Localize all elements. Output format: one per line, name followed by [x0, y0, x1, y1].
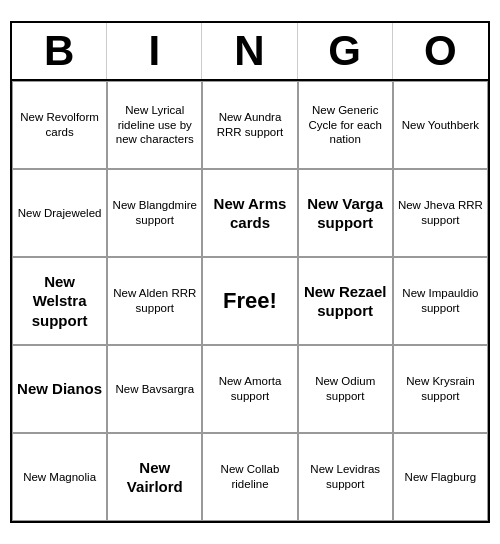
bingo-header: BINGO — [12, 23, 488, 81]
bingo-cell: Free! — [202, 257, 297, 345]
bingo-letter: I — [107, 23, 202, 79]
bingo-cell: New Varga support — [298, 169, 393, 257]
bingo-cell: New Alden RRR support — [107, 257, 202, 345]
bingo-grid: New Revolform cardsNew Lyrical rideline … — [12, 81, 488, 521]
bingo-cell: New Arms cards — [202, 169, 297, 257]
bingo-cell: New Youthberk — [393, 81, 488, 169]
bingo-cell: New Dianos — [12, 345, 107, 433]
bingo-cell: New Vairlord — [107, 433, 202, 521]
bingo-cell: New Blangdmire support — [107, 169, 202, 257]
bingo-cell: New Collab rideline — [202, 433, 297, 521]
bingo-cell: New Revolform cards — [12, 81, 107, 169]
bingo-cell: New Odium support — [298, 345, 393, 433]
bingo-cell: New Jheva RRR support — [393, 169, 488, 257]
bingo-letter: N — [202, 23, 297, 79]
bingo-cell: New Lyrical rideline use by new characte… — [107, 81, 202, 169]
bingo-card: BINGO New Revolform cardsNew Lyrical rid… — [10, 21, 490, 523]
bingo-letter: O — [393, 23, 488, 79]
bingo-cell: New Amorta support — [202, 345, 297, 433]
bingo-cell: New Krysrain support — [393, 345, 488, 433]
bingo-letter: G — [298, 23, 393, 79]
bingo-cell: New Impauldio support — [393, 257, 488, 345]
bingo-cell: New Levidras support — [298, 433, 393, 521]
bingo-cell: New Generic Cycle for each nation — [298, 81, 393, 169]
bingo-cell: New Welstra support — [12, 257, 107, 345]
bingo-cell: New Drajeweled — [12, 169, 107, 257]
bingo-cell: New Magnolia — [12, 433, 107, 521]
bingo-cell: New Bavsargra — [107, 345, 202, 433]
bingo-letter: B — [12, 23, 107, 79]
bingo-cell: New Flagburg — [393, 433, 488, 521]
bingo-cell: New Rezael support — [298, 257, 393, 345]
bingo-cell: New Aundra RRR support — [202, 81, 297, 169]
